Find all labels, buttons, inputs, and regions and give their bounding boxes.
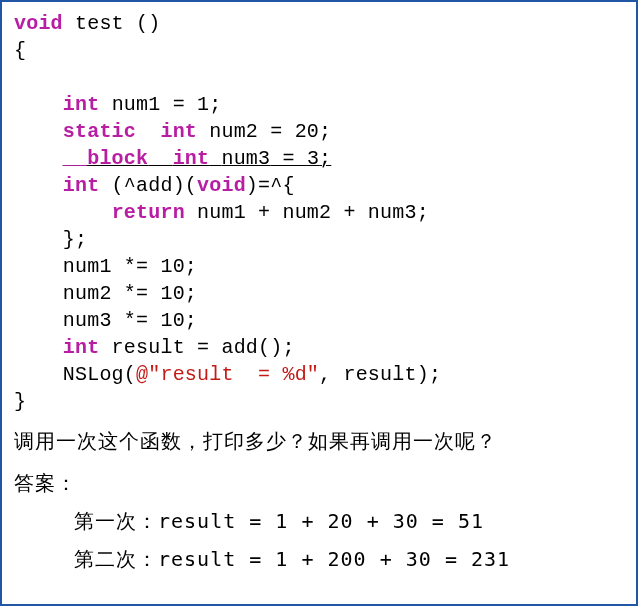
answer-second-label: 第二次： — [74, 547, 158, 571]
space — [63, 12, 75, 35]
assign-num3: num3 *= — [63, 309, 161, 332]
space — [209, 147, 221, 170]
semi: ; — [185, 282, 197, 305]
keyword-static: static — [63, 120, 136, 143]
answer-second: 第二次：result = 1 + 200 + 30 = 231 — [74, 543, 636, 575]
indent — [14, 228, 63, 251]
answer-first-expr: result = 1 + 20 + 30 = 51 — [158, 509, 484, 533]
keyword-int: int — [173, 147, 210, 170]
semi: ; — [319, 147, 331, 170]
eq: = — [270, 147, 307, 170]
space — [136, 120, 160, 143]
indent — [14, 336, 63, 359]
indent — [14, 174, 63, 197]
var-num1: num1 — [112, 93, 161, 116]
semi: ; — [185, 309, 197, 332]
assign-num1: num1 *= — [63, 255, 161, 278]
answer-second-expr: result = 1 + 200 + 30 = 231 — [158, 547, 510, 571]
answer-first-label: 第一次： — [74, 509, 158, 533]
num3-val: 3 — [307, 147, 319, 170]
num1-val: 1 — [197, 93, 209, 116]
indent — [14, 93, 63, 116]
keyword-void: void — [14, 12, 63, 35]
var-num3: num3 — [221, 147, 270, 170]
assign-num2: num2 *= — [63, 282, 161, 305]
keyword-int: int — [63, 174, 100, 197]
semi: ; — [319, 120, 331, 143]
indent — [14, 363, 63, 386]
keyword-void: void — [197, 174, 246, 197]
indent — [14, 282, 63, 305]
ten: 10 — [160, 255, 184, 278]
var-num2: num2 — [209, 120, 258, 143]
space — [148, 147, 172, 170]
answer-first: 第一次：result = 1 + 20 + 30 = 51 — [74, 505, 636, 537]
space — [197, 120, 209, 143]
document-frame: void test () { int num1 = 1; static int … — [0, 0, 638, 606]
add-decl-open: (^add)( — [99, 174, 197, 197]
keyword-return: return — [112, 201, 185, 224]
eq: = — [258, 120, 295, 143]
brace-close: } — [14, 390, 26, 413]
keyword-int: int — [160, 120, 197, 143]
code-block: void test () { int num1 = 1; static int … — [14, 10, 636, 415]
semi: ; — [185, 255, 197, 278]
space — [99, 93, 111, 116]
string-literal: @"result = %d" — [136, 363, 319, 386]
indent — [14, 309, 63, 332]
indent — [14, 255, 63, 278]
ten: 10 — [160, 309, 184, 332]
keyword-block: __block — [63, 147, 148, 170]
eq: = — [160, 93, 197, 116]
keyword-int: int — [63, 93, 100, 116]
result-decl: result = add(); — [99, 336, 294, 359]
ten: 10 — [160, 282, 184, 305]
block-close: }; — [63, 228, 87, 251]
nslog-args: , result); — [319, 363, 441, 386]
paren-open: ( — [124, 363, 136, 386]
indent — [14, 201, 112, 224]
num2-val: 20 — [295, 120, 319, 143]
keyword-int: int — [63, 336, 100, 359]
indent — [14, 147, 63, 170]
return-expr: num1 + num2 + num3; — [185, 201, 429, 224]
function-name: test () — [75, 12, 160, 35]
indent — [14, 120, 63, 143]
semi: ; — [209, 93, 221, 116]
question-text: 调用一次这个函数，打印多少？如果再调用一次呢？ — [14, 425, 636, 457]
add-decl-close: )=^{ — [246, 174, 295, 197]
answer-label: 答案： — [14, 467, 636, 499]
question-section: 调用一次这个函数，打印多少？如果再调用一次呢？ 答案： 第一次：result =… — [14, 425, 636, 575]
nslog-fn: NSLog — [63, 363, 124, 386]
brace-open: { — [14, 39, 26, 62]
